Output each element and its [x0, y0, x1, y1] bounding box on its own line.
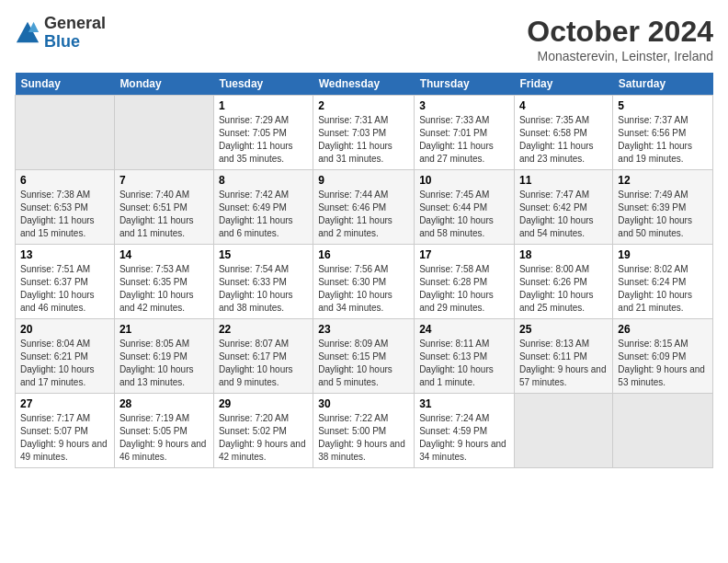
weekday-header: Monday	[114, 73, 213, 96]
calendar-header: SundayMondayTuesdayWednesdayThursdayFrid…	[16, 73, 713, 96]
calendar-cell: 21 Sunrise: 8:05 AMSunset: 6:19 PMDaylig…	[114, 319, 213, 394]
weekday-header: Thursday	[415, 73, 515, 96]
day-number: 6	[20, 174, 109, 187]
day-info: Sunrise: 7:40 AMSunset: 6:51 PMDaylight:…	[119, 189, 209, 240]
calendar-cell: 11 Sunrise: 7:47 AMSunset: 6:42 PMDaylig…	[514, 170, 612, 245]
day-number: 11	[519, 174, 608, 187]
day-number: 10	[419, 174, 509, 187]
logo-general: General	[44, 15, 106, 33]
day-info: Sunrise: 7:45 AMSunset: 6:44 PMDaylight:…	[419, 189, 509, 240]
calendar-cell	[16, 96, 115, 170]
day-info: Sunrise: 7:42 AMSunset: 6:49 PMDaylight:…	[219, 189, 308, 240]
day-info: Sunrise: 8:05 AMSunset: 6:19 PMDaylight:…	[119, 338, 209, 389]
day-number: 2	[318, 99, 409, 112]
calendar-table: SundayMondayTuesdayWednesdayThursdayFrid…	[15, 73, 713, 468]
month-title: October 2024	[527, 15, 713, 49]
calendar-cell: 19 Sunrise: 8:02 AMSunset: 6:24 PMDaylig…	[613, 245, 713, 319]
day-number: 29	[219, 397, 308, 410]
calendar-cell: 24 Sunrise: 8:11 AMSunset: 6:13 PMDaylig…	[415, 319, 515, 394]
day-info: Sunrise: 7:54 AMSunset: 6:33 PMDaylight:…	[219, 263, 308, 315]
calendar-cell	[114, 96, 213, 170]
day-number: 8	[219, 174, 308, 187]
day-number: 3	[419, 99, 509, 112]
day-info: Sunrise: 7:38 AMSunset: 6:53 PMDaylight:…	[20, 189, 109, 240]
day-number: 9	[318, 174, 409, 187]
day-number: 21	[119, 323, 209, 336]
day-number: 23	[318, 323, 409, 336]
calendar-week-row: 6 Sunrise: 7:38 AMSunset: 6:53 PMDayligh…	[16, 170, 713, 245]
calendar-cell: 31 Sunrise: 7:24 AMSunset: 4:59 PMDaylig…	[415, 394, 515, 468]
day-number: 24	[419, 323, 509, 336]
day-info: Sunrise: 7:33 AMSunset: 7:01 PMDaylight:…	[419, 114, 509, 166]
calendar-cell	[613, 394, 713, 468]
calendar-week-row: 27 Sunrise: 7:17 AMSunset: 5:07 PMDaylig…	[16, 394, 713, 468]
day-number: 28	[119, 397, 209, 410]
day-info: Sunrise: 8:07 AMSunset: 6:17 PMDaylight:…	[219, 338, 308, 389]
day-number: 18	[519, 248, 608, 261]
day-info: Sunrise: 7:44 AMSunset: 6:46 PMDaylight:…	[318, 189, 409, 240]
calendar-week-row: 13 Sunrise: 7:51 AMSunset: 6:37 PMDaylig…	[16, 245, 713, 319]
calendar-cell: 4 Sunrise: 7:35 AMSunset: 6:58 PMDayligh…	[514, 96, 612, 170]
day-info: Sunrise: 7:20 AMSunset: 5:02 PMDaylight:…	[219, 412, 308, 464]
day-number: 31	[419, 397, 509, 410]
day-info: Sunrise: 7:24 AMSunset: 4:59 PMDaylight:…	[419, 412, 509, 464]
day-number: 4	[519, 99, 608, 112]
day-info: Sunrise: 7:58 AMSunset: 6:28 PMDaylight:…	[419, 263, 509, 315]
logo: General Blue	[15, 15, 106, 52]
day-number: 15	[219, 248, 308, 261]
logo-blue: Blue	[44, 33, 106, 52]
day-number: 14	[119, 248, 209, 261]
calendar-cell: 3 Sunrise: 7:33 AMSunset: 7:01 PMDayligh…	[415, 96, 515, 170]
day-number: 16	[318, 248, 409, 261]
day-info: Sunrise: 8:04 AMSunset: 6:21 PMDaylight:…	[20, 338, 109, 389]
calendar-cell: 15 Sunrise: 7:54 AMSunset: 6:33 PMDaylig…	[213, 245, 313, 319]
day-info: Sunrise: 8:13 AMSunset: 6:11 PMDaylight:…	[519, 338, 608, 389]
logo-icon	[15, 20, 40, 46]
calendar-cell: 20 Sunrise: 8:04 AMSunset: 6:21 PMDaylig…	[16, 319, 115, 394]
calendar-cell: 12 Sunrise: 7:49 AMSunset: 6:39 PMDaylig…	[613, 170, 713, 245]
calendar-cell: 6 Sunrise: 7:38 AMSunset: 6:53 PMDayligh…	[16, 170, 115, 245]
day-info: Sunrise: 8:11 AMSunset: 6:13 PMDaylight:…	[419, 338, 509, 389]
day-number: 1	[219, 99, 308, 112]
calendar-cell: 1 Sunrise: 7:29 AMSunset: 7:05 PMDayligh…	[213, 96, 313, 170]
calendar-cell: 8 Sunrise: 7:42 AMSunset: 6:49 PMDayligh…	[213, 170, 313, 245]
day-info: Sunrise: 7:53 AMSunset: 6:35 PMDaylight:…	[119, 263, 209, 315]
calendar-cell: 29 Sunrise: 7:20 AMSunset: 5:02 PMDaylig…	[213, 394, 313, 468]
calendar-cell: 25 Sunrise: 8:13 AMSunset: 6:11 PMDaylig…	[514, 319, 612, 394]
weekday-header: Sunday	[16, 73, 115, 96]
calendar-cell: 17 Sunrise: 7:58 AMSunset: 6:28 PMDaylig…	[415, 245, 515, 319]
calendar-cell: 30 Sunrise: 7:22 AMSunset: 5:00 PMDaylig…	[313, 394, 415, 468]
day-info: Sunrise: 7:35 AMSunset: 6:58 PMDaylight:…	[519, 114, 608, 166]
calendar-cell: 13 Sunrise: 7:51 AMSunset: 6:37 PMDaylig…	[16, 245, 115, 319]
day-info: Sunrise: 7:47 AMSunset: 6:42 PMDaylight:…	[519, 189, 608, 240]
day-info: Sunrise: 7:17 AMSunset: 5:07 PMDaylight:…	[20, 412, 109, 464]
calendar-cell	[514, 394, 612, 468]
calendar-body: 1 Sunrise: 7:29 AMSunset: 7:05 PMDayligh…	[16, 96, 713, 468]
day-info: Sunrise: 7:49 AMSunset: 6:39 PMDaylight:…	[618, 189, 708, 240]
calendar-cell: 7 Sunrise: 7:40 AMSunset: 6:51 PMDayligh…	[114, 170, 213, 245]
day-info: Sunrise: 7:37 AMSunset: 6:56 PMDaylight:…	[618, 114, 708, 166]
title-area: October 2024 Monasterevin, Leinster, Ire…	[527, 15, 713, 63]
weekday-header: Wednesday	[313, 73, 415, 96]
calendar-cell: 5 Sunrise: 7:37 AMSunset: 6:56 PMDayligh…	[613, 96, 713, 170]
day-number: 13	[20, 248, 109, 261]
day-info: Sunrise: 7:51 AMSunset: 6:37 PMDaylight:…	[20, 263, 109, 315]
day-info: Sunrise: 8:09 AMSunset: 6:15 PMDaylight:…	[318, 338, 409, 389]
day-info: Sunrise: 7:22 AMSunset: 5:00 PMDaylight:…	[318, 412, 409, 464]
calendar-cell: 18 Sunrise: 8:00 AMSunset: 6:26 PMDaylig…	[514, 245, 612, 319]
day-info: Sunrise: 8:02 AMSunset: 6:24 PMDaylight:…	[618, 263, 708, 315]
day-number: 26	[618, 323, 708, 336]
day-number: 12	[618, 174, 708, 187]
calendar-cell: 9 Sunrise: 7:44 AMSunset: 6:46 PMDayligh…	[313, 170, 415, 245]
day-number: 19	[618, 248, 708, 261]
location: Monasterevin, Leinster, Ireland	[527, 49, 713, 63]
day-number: 30	[318, 397, 409, 410]
calendar-week-row: 20 Sunrise: 8:04 AMSunset: 6:21 PMDaylig…	[16, 319, 713, 394]
calendar-cell: 2 Sunrise: 7:31 AMSunset: 7:03 PMDayligh…	[313, 96, 415, 170]
day-number: 7	[119, 174, 209, 187]
calendar-cell: 16 Sunrise: 7:56 AMSunset: 6:30 PMDaylig…	[313, 245, 415, 319]
day-info: Sunrise: 7:29 AMSunset: 7:05 PMDaylight:…	[219, 114, 308, 166]
weekday-header: Saturday	[613, 73, 713, 96]
day-number: 20	[20, 323, 109, 336]
day-number: 5	[618, 99, 708, 112]
